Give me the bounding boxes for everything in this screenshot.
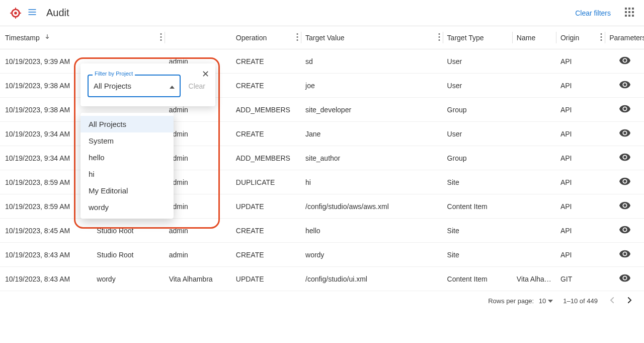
- project-option[interactable]: hello: [80, 149, 174, 166]
- col-operation-label: Operation: [236, 34, 267, 42]
- cell-name: [513, 219, 556, 243]
- cell-username: admin: [165, 194, 232, 219]
- svg-rect-2: [15, 8, 16, 10]
- view-parameters-button[interactable]: [605, 267, 644, 291]
- col-origin-label: Origin: [560, 34, 579, 42]
- cell-username: admin: [165, 146, 232, 170]
- cell-target-type: User: [443, 49, 513, 74]
- cell-timestamp: 10/19/2023, 8:45 AM: [0, 219, 93, 243]
- filter-clear-button[interactable]: Clear: [186, 82, 208, 90]
- cell-target-value: sd: [301, 49, 443, 74]
- rows-per-page-select[interactable]: 10: [539, 297, 553, 305]
- cell-target-type: User: [443, 74, 513, 98]
- cell-operation: CREATE: [232, 74, 301, 98]
- svg-rect-8: [632, 8, 634, 10]
- prev-page-button[interactable]: [608, 297, 616, 305]
- cell-operation: ADD_MEMBERS: [232, 146, 301, 170]
- svg-point-20: [297, 39, 298, 41]
- cell-name: [513, 146, 556, 170]
- svg-point-17: [160, 39, 162, 41]
- view-parameters-button[interactable]: [605, 194, 644, 219]
- project-option[interactable]: System: [80, 132, 174, 149]
- arrow-down-icon: [44, 34, 51, 42]
- cell-site: Studio Root: [93, 243, 165, 267]
- apps-grid-icon[interactable]: [625, 8, 634, 18]
- cell-origin: API: [556, 170, 605, 194]
- svg-rect-5: [19, 13, 21, 14]
- view-parameters-button[interactable]: [605, 170, 644, 194]
- col-site[interactable]: Site: [93, 26, 165, 49]
- more-icon[interactable]: [296, 33, 298, 42]
- col-origin[interactable]: Origin: [556, 26, 605, 49]
- close-icon[interactable]: ✕: [202, 68, 209, 80]
- col-timestamp-label: Timestamp: [5, 34, 40, 42]
- cell-name: [513, 194, 556, 219]
- cell-origin: API: [556, 49, 605, 74]
- col-target-value[interactable]: Target Value: [301, 26, 443, 49]
- cell-name: Vita Alham…: [513, 267, 556, 291]
- cell-operation: UPDATE: [232, 267, 301, 291]
- cell-timestamp: 10/19/2023, 9:38 AM: [0, 98, 93, 122]
- project-option[interactable]: All Projects: [80, 116, 174, 132]
- view-parameters-button[interactable]: [605, 122, 644, 146]
- cell-target-value: site_developer: [301, 98, 443, 122]
- svg-rect-3: [15, 17, 16, 19]
- svg-rect-9: [625, 11, 627, 13]
- svg-point-18: [297, 33, 298, 35]
- svg-point-23: [438, 39, 440, 41]
- cell-timestamp: 10/19/2023, 9:34 AM: [0, 122, 93, 146]
- menu-icon[interactable]: [27, 7, 37, 19]
- cell-origin: API: [556, 243, 605, 267]
- view-parameters-button[interactable]: [605, 49, 644, 74]
- more-icon[interactable]: [600, 33, 602, 42]
- cell-target-type: Site: [443, 243, 513, 267]
- col-name[interactable]: Name: [513, 26, 556, 49]
- cell-operation: DUPLICATE: [232, 170, 301, 194]
- view-parameters-button[interactable]: [605, 74, 644, 98]
- svg-point-22: [438, 36, 440, 38]
- svg-point-21: [438, 33, 440, 35]
- cell-target-value: hello: [301, 219, 443, 243]
- cell-operation: CREATE: [232, 49, 301, 74]
- project-option[interactable]: My Editorial: [80, 182, 174, 199]
- cell-username: admin: [165, 122, 232, 146]
- filter-select-label: Filter by Project: [93, 71, 135, 77]
- cell-origin: API: [556, 98, 605, 122]
- table-row: 10/19/2023, 8:45 AMStudio RootadminCREAT…: [0, 219, 644, 243]
- cell-name: [513, 122, 556, 146]
- cell-operation: UPDATE: [232, 194, 301, 219]
- cell-origin: API: [556, 219, 605, 243]
- project-option[interactable]: wordy: [80, 199, 174, 216]
- cell-site: Studio Root: [93, 219, 165, 243]
- top-bar: Audit Clear filters: [0, 0, 644, 26]
- next-page-button[interactable]: [626, 297, 634, 305]
- cell-target-type: Content Item: [443, 194, 513, 219]
- col-operation[interactable]: Operation: [232, 26, 301, 49]
- cell-target-value: wordy: [301, 243, 443, 267]
- svg-rect-11: [632, 11, 634, 13]
- cell-username: admin: [165, 243, 232, 267]
- clear-filters-link[interactable]: Clear filters: [575, 9, 611, 17]
- col-timestamp[interactable]: Timestamp: [0, 26, 93, 49]
- view-parameters-button[interactable]: [605, 219, 644, 243]
- view-parameters-button[interactable]: [605, 98, 644, 122]
- more-icon[interactable]: [160, 33, 162, 42]
- col-parameters[interactable]: Parameters: [605, 26, 644, 49]
- cell-target-type: Site: [443, 170, 513, 194]
- cell-timestamp: 10/19/2023, 8:59 AM: [0, 194, 93, 219]
- cell-timestamp: 10/19/2023, 8:43 AM: [0, 243, 93, 267]
- cell-username: admin: [165, 170, 232, 194]
- table-row: 10/19/2023, 8:43 AMStudio RootadminCREAT…: [0, 243, 644, 267]
- project-option[interactable]: hi: [80, 166, 174, 182]
- cell-target-type: User: [443, 122, 513, 146]
- cell-origin: GIT: [556, 267, 605, 291]
- view-parameters-button[interactable]: [605, 243, 644, 267]
- more-icon[interactable]: [438, 33, 440, 42]
- view-parameters-button[interactable]: [605, 146, 644, 170]
- page-title: Audit: [46, 7, 69, 19]
- svg-rect-4: [10, 13, 12, 14]
- col-target-type[interactable]: Target Type: [443, 26, 513, 49]
- project-select[interactable]: All Projects: [88, 75, 181, 97]
- col-username[interactable]: Username: [165, 26, 232, 49]
- cell-origin: API: [556, 122, 605, 146]
